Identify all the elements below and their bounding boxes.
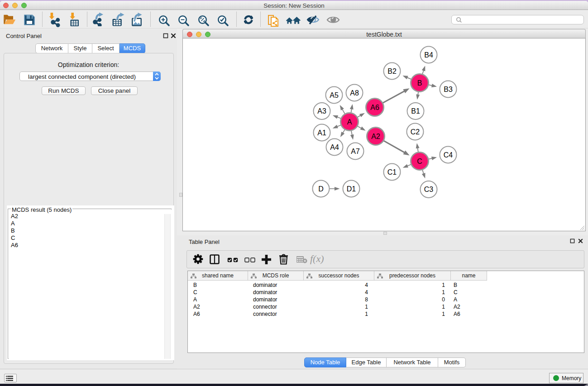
svg-text:A2: A2 [371, 133, 380, 140]
svg-text:C1: C1 [387, 168, 397, 176]
svg-text:A1: A1 [317, 129, 326, 137]
svg-text:B4: B4 [424, 51, 433, 59]
svg-text:A8: A8 [350, 89, 359, 97]
svg-text:C: C [417, 157, 422, 165]
svg-text:B2: B2 [387, 67, 397, 75]
svg-text:B: B [417, 79, 422, 87]
svg-text:D: D [318, 185, 324, 193]
svg-text:A: A [347, 118, 352, 126]
svg-text:B1: B1 [411, 107, 420, 115]
svg-text:C4: C4 [444, 151, 453, 159]
svg-text:A3: A3 [317, 107, 326, 115]
svg-text:C2: C2 [411, 128, 420, 136]
svg-text:C3: C3 [424, 186, 434, 193]
svg-text:D1: D1 [347, 185, 356, 193]
svg-text:A4: A4 [330, 143, 339, 151]
svg-text:A6: A6 [370, 104, 379, 111]
svg-text:A5: A5 [330, 91, 339, 99]
svg-text:A7: A7 [351, 148, 360, 155]
svg-text:B3: B3 [444, 86, 453, 93]
